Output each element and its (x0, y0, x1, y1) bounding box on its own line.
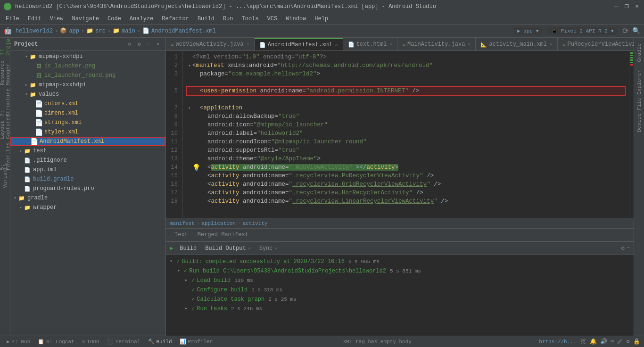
tree-item-test[interactable]: ▸ 📁 test (10, 146, 165, 156)
menu-item-edit[interactable]: Edit (24, 15, 45, 23)
menu-bar: FileEditViewNavigateCodeAnalyzeRefactorB… (0, 13, 644, 25)
tree-item-gitignore[interactable]: 📄 .gitignore (10, 156, 165, 165)
tree-item-ic-launcher[interactable]: 🖼 ic_launcher.png (10, 61, 165, 71)
panel-icon-collapse[interactable]: − (145, 41, 152, 48)
tree-item-strings[interactable]: 📄 strings.xml (10, 118, 165, 127)
tree-arrow[interactable]: ▸ (18, 205, 24, 210)
panel-icon-settings[interactable]: ⚙ (135, 41, 143, 48)
tree-arrow[interactable]: ▾ (12, 195, 18, 201)
menu-item-build[interactable]: Build (194, 15, 218, 23)
menu-item-run[interactable]: Run (219, 15, 237, 23)
menu-item-refactor[interactable]: Refactor (158, 15, 193, 23)
line-num-18: 18 (166, 197, 181, 206)
build-tab-output[interactable]: Build Output ✕ (201, 244, 254, 253)
tab-activity-main-xml[interactable]: 📐 activity_main.xml ✕ (476, 38, 557, 50)
tree-item-values[interactable]: ▾ 📁 values (10, 90, 165, 99)
minimize-button[interactable]: — (613, 3, 619, 10)
path-segment-src[interactable]: src (95, 28, 106, 34)
panel-icon-close[interactable]: ✕ (154, 41, 162, 48)
sidebar-icon-favorites[interactable]: 5: Favorites (1, 152, 9, 160)
tree-item-androidmanifest[interactable]: 📄 AndroidManifest.xml (10, 137, 165, 146)
tree-arrow[interactable]: ▾ (24, 91, 29, 97)
profiler-icon: 📊 (180, 339, 186, 345)
gutter-mark-green2 (630, 55, 633, 56)
tab-close-activity[interactable]: ✕ (550, 41, 553, 47)
sync-close[interactable]: ✕ (275, 246, 278, 251)
tree-arrow[interactable]: ▸ (24, 82, 29, 88)
tab-close-webview[interactable]: ✕ (247, 41, 249, 47)
menu-item-file[interactable]: File (2, 15, 23, 23)
build-minimize-icon[interactable]: − (627, 245, 630, 252)
tab-close-main[interactable]: ✕ (468, 41, 471, 47)
tab-text-html[interactable]: 📄 text.html ✕ (343, 38, 398, 50)
build-expand-3[interactable]: ▸ (185, 276, 191, 285)
tab-close-html[interactable]: ✕ (389, 41, 392, 47)
build-expand-6[interactable]: ▸ (185, 305, 191, 313)
tab-pu-recycler[interactable]: ☕ PuRecyclerViewActivity.java ✕ (558, 38, 634, 50)
tree-item-build-gradle[interactable]: 📄 build.gradle (10, 174, 165, 184)
menu-item-navigate[interactable]: Navigate (68, 15, 103, 23)
path-segment-project[interactable]: helloworld2 (16, 28, 53, 34)
build-output-close[interactable]: ✕ (248, 246, 251, 251)
status-tab-profiler[interactable]: 📊 Profiler (177, 339, 216, 345)
close-button[interactable]: ✕ (634, 3, 640, 10)
status-tab-run[interactable]: ▶ 4: Run (4, 339, 33, 345)
status-tab-logcat[interactable]: 📋 6: Logcat (35, 339, 77, 345)
build-tab-build[interactable]: Build (176, 244, 200, 253)
sidebar-icon-captures[interactable]: Layout Captures (1, 123, 9, 131)
path-segment-main[interactable]: main (122, 28, 135, 34)
tree-item-gradle[interactable]: ▾ 📁 gradle (10, 193, 165, 203)
tree-item-mipmap-xxhdpi[interactable]: ▾ 📁 mipmap-xxhdpi (10, 52, 165, 61)
tree-item-dimens[interactable]: 📄 dimens.xml (10, 108, 165, 118)
tree-item-ic-launcher-round[interactable]: 🖼 ic_launcher_round.png (10, 71, 165, 80)
tree-item-wrapper[interactable]: ▸ 📁 wrapper (10, 203, 165, 212)
menu-item-help[interactable]: Help (311, 15, 332, 23)
maximize-button[interactable]: ❐ (623, 3, 630, 10)
menu-item-vcs[interactable]: VCS (264, 15, 281, 23)
tree-arrow[interactable]: ▸ (18, 148, 24, 154)
sidebar-icon-resource[interactable]: Resource Manager (1, 69, 9, 77)
right-tab-gradle[interactable]: Gradle (635, 40, 644, 66)
tree-item-mipmap-xxxhdpi[interactable]: ▸ 📁 mipmap-xxxhdpi (10, 80, 165, 90)
tab-merged-manifest[interactable]: Merged Manifest (193, 231, 253, 239)
status-tab-build[interactable]: 🔨 Build (145, 339, 175, 345)
right-tab-device-file[interactable]: Device File Explorer (635, 66, 644, 136)
tree-item-proguard[interactable]: 📄 proguard-rules.pro (10, 184, 165, 193)
tree-item-styles[interactable]: 📄 styles.xml (10, 127, 165, 137)
sidebar-icon-project[interactable]: 1: Project (1, 40, 9, 48)
build-tab-sync[interactable]: Sync ✕ (256, 244, 281, 253)
menu-item-view[interactable]: View (46, 15, 67, 23)
build-expand-2[interactable]: ▾ (177, 267, 184, 275)
line-numbers: 1 2 3 5 7 8 9 10 11 12 13 14 15 16 17 18 (166, 51, 183, 218)
path-segment-file[interactable]: AndroidManifest.xml (151, 28, 216, 34)
build-panel-run-icon[interactable]: ▶ (170, 245, 173, 252)
menu-item-window[interactable]: Window (282, 15, 310, 23)
title-bar: helloworld2 [C:\Users\95438\AndroidStudi… (0, 0, 644, 13)
menu-item-code[interactable]: Code (104, 15, 125, 23)
window-title: helloworld2 [C:\Users\95438\AndroidStudi… (15, 3, 613, 10)
breadcrumb-manifest[interactable]: manifest (170, 221, 195, 226)
tree-arrow[interactable]: ▾ (24, 54, 29, 59)
xml-icon: 📄 (35, 109, 42, 117)
build-expand-1[interactable]: ▾ (170, 257, 176, 266)
tree-item-colors[interactable]: 📄 colors.xml (10, 99, 165, 108)
panel-icon-gear[interactable]: ⚙ (126, 41, 133, 48)
tab-text[interactable]: Text (170, 231, 193, 239)
tab-androidmanifest[interactable]: 📄 AndroidManifest.xml ✕ (255, 38, 343, 50)
tree-item-app-iml[interactable]: 📄 app.iml (10, 165, 165, 174)
tab-close-manifest[interactable]: ✕ (335, 42, 338, 48)
status-tab-terminal[interactable]: ⬛ Terminal (104, 339, 143, 345)
breadcrumb-application[interactable]: application (201, 221, 236, 226)
menu-item-analyze[interactable]: Analyze (126, 15, 157, 23)
menu-item-tools[interactable]: Tools (238, 15, 263, 23)
sidebar-icon-variants[interactable]: Variants (1, 172, 9, 180)
path-segment-app[interactable]: app (69, 28, 79, 34)
status-tab-todo[interactable]: ☑ TODO (79, 339, 102, 345)
sidebar-icon-structure[interactable]: 7: Structure (1, 98, 9, 107)
tab-webview-activity[interactable]: ☕ WebViewActivity.java ✕ (166, 38, 255, 50)
breadcrumb-activity[interactable]: activity (243, 221, 268, 226)
tree-label: mipmap-xxhdpi (39, 53, 83, 60)
build-settings-icon[interactable]: ⚙ (621, 245, 625, 252)
tab-mainactivity[interactable]: ☕ MainActivity.java ✕ (397, 38, 476, 50)
code-editor[interactable]: <?xml version="1.0" encoding="utf-8"?> ▾… (183, 51, 629, 218)
